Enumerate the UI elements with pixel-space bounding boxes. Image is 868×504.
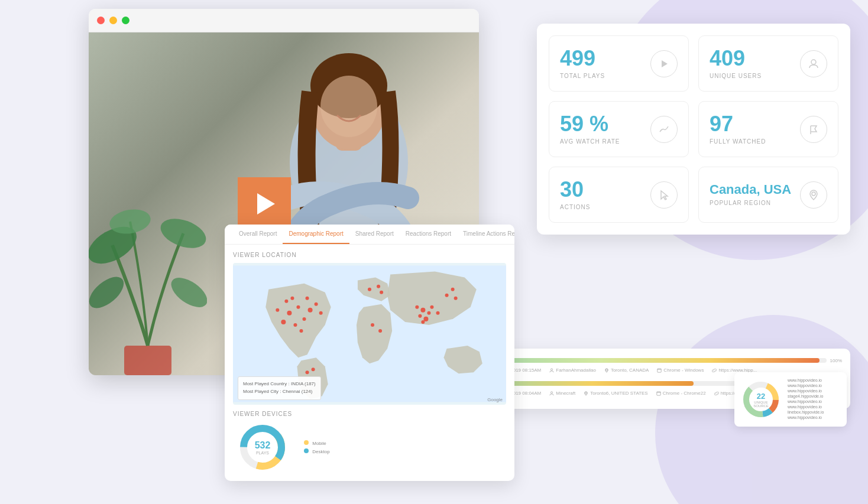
- svg-point-17: [296, 305, 300, 309]
- svg-point-31: [418, 314, 422, 318]
- fully-watched-label: FULLY WATCHED: [710, 138, 766, 145]
- svg-point-52: [605, 369, 607, 370]
- svg-point-36: [421, 320, 425, 324]
- svg-point-33: [430, 305, 433, 309]
- unique-users-value: 409: [710, 48, 762, 69]
- svg-point-16: [287, 311, 292, 316]
- source-donut-container: 22 UNIQUE SOURCE: [740, 379, 782, 420]
- source-list: www.hippovideo.io www.hippovideo.io www.…: [788, 378, 841, 421]
- dot-yellow: [109, 17, 117, 24]
- mobile-dot: [304, 440, 309, 445]
- tab-shared-report[interactable]: Shared Report: [349, 225, 400, 244]
- user-icon-circle: [800, 50, 827, 77]
- source-unique-label: UNIQUE SOURCE: [751, 401, 772, 408]
- plays-donut-label: 532 PLAYS: [255, 440, 271, 455]
- play-button[interactable]: [238, 177, 291, 230]
- svg-point-12: [811, 60, 816, 64]
- tab-overall-report[interactable]: Overall Report: [233, 225, 283, 244]
- stat-info-avg-watch: 59 % AVG WATCH RATE: [560, 113, 620, 145]
- stat-card-total-plays: 499 TOTAL PLAYS: [549, 35, 689, 92]
- flag-icon-circle: [800, 116, 827, 143]
- stat-info-popular-region: Canada, USA POPULAR REGION: [710, 183, 791, 206]
- avg-watch-label: AVG WATCH RATE: [560, 138, 620, 145]
- svg-marker-11: [662, 60, 668, 67]
- total-plays-label: TOTAL PLAYS: [560, 73, 605, 79]
- viewer-row-1: 1 100% 08/12/2019 08:15AM FarhanAhmadall…: [480, 356, 842, 373]
- actions-value: 30: [560, 179, 590, 200]
- total-plays-value: 499: [560, 48, 605, 69]
- meta-location-1: Toronto, CANADA: [604, 368, 649, 373]
- viewer-row-top-1: 1 100%: [480, 356, 842, 365]
- source-panel: 22 UNIQUE SOURCE www.hippovideo.io www.h…: [734, 372, 847, 427]
- svg-point-27: [306, 297, 309, 300]
- actions-label: ACTIONS: [560, 204, 590, 210]
- svg-point-37: [368, 288, 371, 291]
- map-container: Most Played Country : INDIA (187) Most P…: [233, 263, 506, 405]
- svg-point-19: [293, 323, 297, 327]
- dot-red: [97, 17, 105, 24]
- stats-panel: 499 TOTAL PLAYS 409 UNIQUE USERS: [537, 24, 850, 235]
- svg-point-22: [315, 303, 318, 306]
- stat-card-avg-watch: 59 % AVG WATCH RATE: [549, 101, 689, 157]
- stat-info-fully-watched: 97 FULLY WATCHED: [710, 113, 766, 145]
- svg-point-14: [812, 192, 815, 196]
- stat-info-unique-users: 409 UNIQUE USERS: [710, 48, 762, 79]
- dot-green: [122, 17, 129, 24]
- svg-point-41: [378, 329, 382, 333]
- meta-browser-1: Chrome - Windows: [657, 368, 704, 373]
- demo-tabs: Overall Report Demographic Report Shared…: [225, 225, 514, 245]
- legend-desktop: Desktop: [304, 448, 330, 454]
- plant-decoration: [89, 127, 207, 375]
- play-icon-circle: [650, 50, 678, 77]
- demo-panel: Overall Report Demographic Report Shared…: [225, 225, 514, 481]
- tab-reactions-report[interactable]: Reactions Report: [400, 225, 457, 244]
- donut-chart-plays: 532 PLAYS: [233, 421, 292, 474]
- svg-point-21: [308, 308, 313, 313]
- legend-mobile: Mobile: [304, 440, 330, 446]
- svg-point-26: [290, 297, 294, 300]
- mobile-label: Mobile: [312, 441, 326, 446]
- svg-point-28: [319, 311, 323, 315]
- plays-label: PLAYS: [255, 451, 271, 455]
- svg-point-32: [423, 317, 428, 321]
- desktop-dot: [304, 448, 309, 453]
- popular-region-label: POPULAR REGION: [710, 200, 791, 206]
- legend-line1: Most Played Country : INDIA (187): [243, 381, 316, 388]
- svg-point-25: [281, 320, 286, 324]
- location-icon-circle: [800, 181, 827, 209]
- desktop-label: Desktop: [312, 449, 329, 454]
- stat-card-actions: 30 ACTIONS: [549, 167, 689, 223]
- source-donut-label: 22 UNIQUE SOURCE: [751, 392, 772, 408]
- progress-pct-1: 100%: [830, 358, 842, 363]
- viewer-location-title: VIEWER LOCATION: [233, 252, 506, 258]
- legend-line2: Most Played City : Chennai (124): [243, 388, 316, 396]
- devices-row: 532 PLAYS Mobile Desktop: [233, 421, 506, 474]
- scene: 499 TOTAL PLAYS 409 UNIQUE USERS: [0, 0, 868, 504]
- svg-point-20: [284, 300, 288, 303]
- source-item-8: www.hippovideo.io: [788, 415, 841, 420]
- svg-point-57: [585, 392, 587, 394]
- map-legend: Most Played Country : INDIA (187) Most P…: [238, 376, 321, 400]
- device-legend: Mobile Desktop: [304, 421, 330, 474]
- meta-browser-2: Chrome - Chrome22: [656, 391, 706, 396]
- trend-icon-circle: [650, 116, 678, 143]
- meta-user-text-1: FarhanAhmadallao: [556, 368, 596, 373]
- browser-bar: [89, 9, 479, 32]
- meta-location-text-1: Toronto, CANADA: [611, 368, 649, 373]
- svg-point-45: [306, 370, 309, 374]
- svg-point-44: [451, 288, 455, 291]
- source-item-1: www.hippovideo.io: [788, 378, 841, 382]
- svg-point-2: [157, 213, 207, 254]
- svg-point-18: [303, 317, 306, 321]
- svg-point-56: [551, 391, 553, 393]
- tab-timeline-actions-report[interactable]: Timeline Actions Report: [457, 225, 514, 244]
- tab-demographic-report[interactable]: Demographic Report: [283, 225, 349, 244]
- svg-point-29: [420, 308, 425, 313]
- meta-user-text-2: Minecraft: [556, 391, 575, 396]
- stat-info-total-plays: 499 TOTAL PLAYS: [560, 48, 605, 79]
- svg-rect-53: [658, 368, 661, 372]
- viewer-devices-title: Viewer Devices: [233, 411, 506, 417]
- source-unique-value: 22: [751, 392, 772, 401]
- stat-info-actions: 30 ACTIONS: [560, 179, 590, 210]
- meta-user-2: Minecraft: [549, 391, 575, 396]
